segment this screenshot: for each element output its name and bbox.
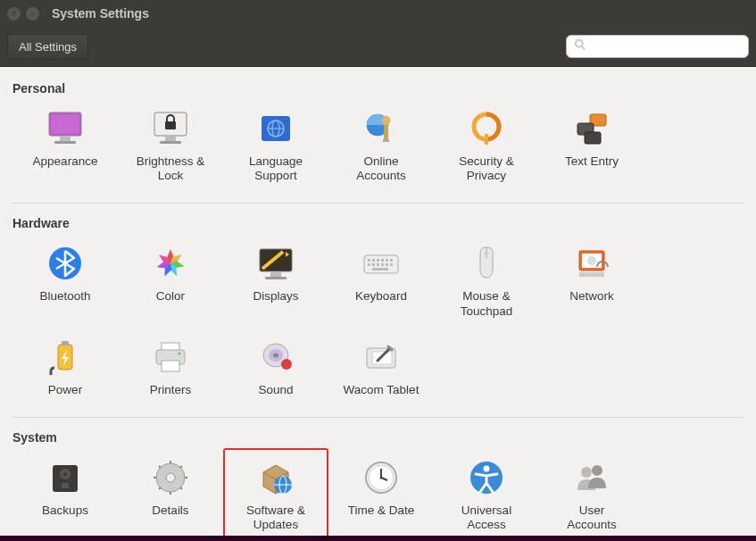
item-label: Color xyxy=(156,289,185,304)
svg-point-54 xyxy=(179,352,181,354)
item-label: Universal Access xyxy=(461,504,511,532)
item-power[interactable]: Power xyxy=(12,328,118,406)
svg-rect-7 xyxy=(165,121,176,129)
item-label: Language Support xyxy=(249,154,303,183)
item-label: Keyboard xyxy=(355,289,407,304)
svg-rect-37 xyxy=(372,263,375,266)
item-label: Sound xyxy=(258,383,293,397)
item-network[interactable]: Network xyxy=(539,234,644,327)
search-input[interactable] xyxy=(592,40,742,54)
item-brightness-lock[interactable]: Brightness & Lock xyxy=(118,99,223,192)
item-text-entry[interactable]: Text Entry xyxy=(539,99,644,192)
svg-rect-40 xyxy=(386,263,388,266)
svg-rect-9 xyxy=(160,141,181,144)
search-icon xyxy=(574,38,586,54)
svg-point-17 xyxy=(382,116,391,125)
svg-point-76 xyxy=(484,465,490,471)
keyboard-icon xyxy=(359,241,403,286)
network-icon xyxy=(569,241,614,286)
svg-point-0 xyxy=(576,40,583,47)
item-mouse-touchpad[interactable]: Mouse & Touchpad xyxy=(434,234,539,327)
item-sound[interactable]: Sound xyxy=(223,328,328,406)
backups-icon xyxy=(43,455,87,500)
item-wacom-tablet[interactable]: Wacom Tablet xyxy=(328,328,434,406)
svg-rect-39 xyxy=(381,263,384,266)
grid-hardware: Bluetooth Color Displays Keyboard xyxy=(12,234,744,406)
time-date-icon xyxy=(359,455,403,500)
settings-window: ✕ – System Settings All Settings Persona… xyxy=(0,0,756,536)
item-user-accounts[interactable]: User Accounts xyxy=(539,448,644,536)
toolbar: All Settings xyxy=(0,27,756,67)
item-printers[interactable]: Printers xyxy=(118,328,223,406)
svg-rect-42 xyxy=(372,268,388,270)
item-security-privacy[interactable]: Security & Privacy xyxy=(434,99,539,192)
grid-system: Backups Details Software & Updates Time … xyxy=(12,448,744,536)
search-box[interactable] xyxy=(566,35,749,58)
item-label: Wacom Tablet xyxy=(344,383,420,397)
item-label: Text Entry xyxy=(565,154,619,169)
item-label: Displays xyxy=(253,289,298,304)
svg-rect-16 xyxy=(384,123,388,139)
software-updates-icon xyxy=(253,455,298,500)
item-language-support[interactable]: Language Support xyxy=(223,99,328,192)
svg-point-78 xyxy=(592,465,602,476)
close-window-button[interactable]: ✕ xyxy=(7,7,21,21)
item-label: Details xyxy=(152,504,188,518)
item-bluetooth[interactable]: Bluetooth xyxy=(12,234,118,327)
all-settings-button[interactable]: All Settings xyxy=(7,34,88,60)
svg-rect-35 xyxy=(390,259,393,262)
mouse-icon xyxy=(464,241,509,286)
section-header-hardware: Hardware xyxy=(12,211,744,234)
svg-rect-8 xyxy=(165,136,176,141)
svg-rect-18 xyxy=(383,139,389,142)
svg-rect-48 xyxy=(579,272,604,277)
svg-rect-41 xyxy=(390,263,393,266)
svg-rect-30 xyxy=(368,259,370,262)
svg-rect-4 xyxy=(60,136,71,141)
svg-rect-31 xyxy=(372,259,375,262)
item-color[interactable]: Color xyxy=(118,234,223,327)
item-appearance[interactable]: Appearance xyxy=(12,99,118,192)
svg-rect-38 xyxy=(377,263,379,266)
svg-rect-27 xyxy=(270,271,281,277)
minimize-window-button[interactable]: – xyxy=(26,7,39,21)
svg-rect-50 xyxy=(62,341,69,345)
svg-rect-53 xyxy=(162,361,179,371)
svg-rect-33 xyxy=(381,259,384,262)
online-accounts-icon xyxy=(359,106,403,151)
item-label: Brightness & Lock xyxy=(137,154,205,183)
item-label: Network xyxy=(569,289,614,304)
appearance-icon xyxy=(43,106,87,151)
item-label: Appearance xyxy=(33,154,98,169)
grid-personal: Appearance Brightness & Lock Language Su… xyxy=(12,99,744,192)
svg-rect-32 xyxy=(377,259,379,262)
item-keyboard[interactable]: Keyboard xyxy=(328,234,434,327)
svg-line-1 xyxy=(582,46,586,50)
svg-rect-64 xyxy=(62,483,69,488)
item-label: Printers xyxy=(150,383,192,397)
item-online-accounts[interactable]: Online Accounts xyxy=(328,99,434,192)
divider xyxy=(12,417,744,418)
item-backups[interactable]: Backups xyxy=(12,448,118,536)
svg-point-77 xyxy=(581,467,592,478)
item-label: Software & Updates xyxy=(246,504,305,532)
item-details[interactable]: Details xyxy=(118,448,223,536)
power-icon xyxy=(43,335,87,379)
content-area: Personal Appearance Brightness & Lock La… xyxy=(0,67,756,536)
lock-icon xyxy=(148,106,193,151)
item-displays[interactable]: Displays xyxy=(223,234,328,327)
svg-point-58 xyxy=(281,359,292,370)
item-software-updates[interactable]: Software & Updates xyxy=(223,448,328,536)
item-label: Online Accounts xyxy=(356,154,406,183)
svg-rect-44 xyxy=(486,251,488,257)
svg-point-47 xyxy=(587,256,596,265)
universal-access-icon xyxy=(464,455,509,500)
item-time-date[interactable]: Time & Date xyxy=(328,448,434,536)
svg-rect-34 xyxy=(386,259,388,262)
svg-rect-23 xyxy=(585,132,601,144)
section-header-personal: Personal xyxy=(12,76,744,99)
item-universal-access[interactable]: Universal Access xyxy=(434,448,539,536)
language-icon xyxy=(253,106,298,151)
user-accounts-icon xyxy=(569,455,614,500)
section-header-system: System xyxy=(12,425,744,448)
